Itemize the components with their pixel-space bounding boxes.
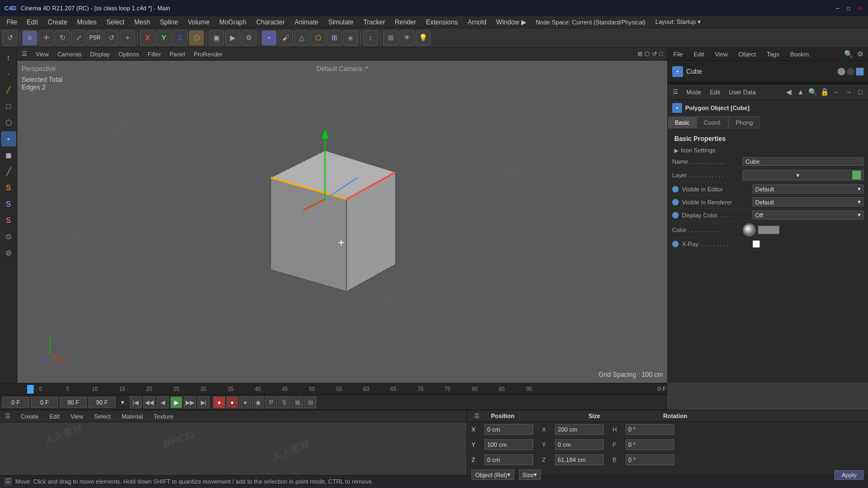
nav-left[interactable]: ← [831, 87, 842, 98]
prop-edit[interactable]: Edit [707, 88, 724, 97]
size-y-input[interactable] [555, 439, 604, 450]
menu-modes[interactable]: Modes [73, 17, 101, 27]
menu-extensions[interactable]: Extensions [422, 17, 462, 27]
coord-hamburger[interactable]: ☰ [471, 410, 482, 421]
play-forward[interactable]: ▶ [170, 396, 182, 408]
prop-userdata[interactable]: User Data [726, 88, 760, 97]
end-frame-input[interactable] [60, 397, 87, 408]
sidebar-tool7[interactable]: ⊘ [1, 245, 16, 260]
xray-checkbox[interactable] [752, 240, 760, 248]
go-to-end[interactable]: ▶| [197, 396, 209, 408]
vis-renderer-dropdown[interactable]: Default▾ [752, 197, 864, 207]
viewport[interactable]: Perspective Default Camera :* Selected T… [17, 61, 667, 383]
close-button[interactable]: ✕ [855, 4, 864, 12]
menu-tracker[interactable]: Tracker [359, 17, 390, 27]
menu-mograph[interactable]: MoGraph [215, 17, 251, 27]
menu-create[interactable]: Create [43, 17, 72, 27]
vp-menu-options[interactable]: Options [118, 51, 139, 57]
bottom-menu-edit[interactable]: Edit [46, 412, 63, 421]
vp-btn-4[interactable]: □ [659, 50, 663, 57]
bottom-menu-material[interactable]: Material [118, 412, 146, 421]
nav-up[interactable]: ▲ [795, 87, 806, 98]
layer-color-btn[interactable] [852, 171, 861, 179]
menu-render[interactable]: Render [391, 17, 420, 27]
local-coords[interactable]: ⬡ [189, 30, 204, 46]
current-frame-input[interactable] [2, 397, 29, 408]
light-btn[interactable]: 💡 [416, 30, 431, 46]
play-btn[interactable]: ▶ [225, 30, 240, 46]
sidebar-edge-mode[interactable]: ╱ [1, 82, 16, 98]
sidebar-poly-mode[interactable]: □ [1, 99, 16, 114]
menu-spline[interactable]: Spline [156, 17, 182, 27]
sidebar-tool5[interactable]: S [1, 213, 16, 228]
color-swatch[interactable] [758, 226, 780, 234]
om-view[interactable]: View [712, 50, 731, 59]
maximize-button[interactable]: □ [844, 4, 853, 12]
sidebar-tool2[interactable]: ◼ [1, 147, 16, 163]
z-axis-btn[interactable]: Z [173, 30, 188, 46]
y-axis-btn[interactable]: Y [156, 30, 171, 46]
sidebar-point-mode[interactable]: · [1, 66, 16, 81]
properties-hamburger[interactable]: ☰ [670, 87, 681, 98]
size-x-input[interactable] [555, 424, 604, 435]
bottom-menu-texture[interactable]: Texture [150, 412, 176, 421]
vp-btn-2[interactable]: ⬡ [644, 50, 650, 57]
menu-select[interactable]: Select [102, 17, 129, 27]
render-settings[interactable]: ⚙ [241, 30, 257, 46]
vp-menu-filter[interactable]: Filter [148, 51, 161, 57]
menu-volume[interactable]: Volume [183, 17, 214, 27]
x-axis-btn[interactable]: X [140, 30, 155, 46]
statusbar-icon[interactable]: ☰ [4, 478, 12, 485]
sidebar-tool4[interactable]: S [1, 196, 16, 211]
sidebar-cube-btn[interactable]: ▪ [1, 131, 16, 146]
search-icon[interactable]: 🔍 [843, 49, 854, 60]
vp-menu-display[interactable]: Display [90, 51, 110, 57]
om-object[interactable]: Object [735, 50, 759, 59]
reset-button[interactable]: ↺ [104, 30, 119, 46]
menu-character[interactable]: Character [252, 17, 289, 27]
tab-phong[interactable]: Phong [729, 117, 760, 129]
node-editor[interactable]: ⊞ [327, 30, 342, 46]
rotate-tool[interactable]: ↻ [55, 30, 70, 46]
nav-back[interactable]: ◀ [783, 87, 794, 98]
record-btn[interactable]: ● [213, 396, 225, 408]
cube-primitive[interactable]: ▪ [261, 30, 277, 46]
om-edit[interactable]: Edit [691, 50, 707, 59]
rot-p-input[interactable] [626, 439, 674, 450]
grid-btn[interactable]: ⊞ [383, 30, 398, 46]
nav-lock[interactable]: 🔒 [819, 87, 830, 98]
om-file[interactable]: File [670, 50, 686, 59]
pos-z-input[interactable] [484, 454, 533, 465]
vis-editor-dropdown[interactable]: Default▾ [752, 184, 864, 194]
psr-button[interactable]: PSR [87, 30, 103, 46]
key-all-btn[interactable]: ● [239, 396, 251, 408]
color-wheel-btn[interactable] [743, 223, 756, 236]
obj-vis-1[interactable] [838, 68, 845, 75]
size-mode-dropdown[interactable]: Size ▾ [519, 470, 541, 480]
menu-edit[interactable]: Edit [22, 17, 42, 27]
apply-button[interactable]: Apply [834, 470, 864, 480]
auto-key-btn[interactable]: ● [226, 396, 238, 408]
vp-btn-1[interactable]: ⊞ [637, 50, 642, 57]
key-rot-btn[interactable]: P [265, 396, 277, 408]
move-tool2[interactable]: ↕ [363, 30, 378, 46]
sidebar-line-tool[interactable]: ╱ [1, 164, 16, 179]
live-select-tool[interactable]: ○ [22, 30, 37, 46]
object-item-row[interactable]: ▪ Cube [668, 61, 868, 82]
key-pos-btn[interactable]: ◉ [252, 396, 264, 408]
step-forward[interactable]: ▶▶ [184, 396, 196, 408]
menu-file[interactable]: File [2, 17, 21, 27]
icon-settings-section[interactable]: ▶ Icon Settings [670, 145, 866, 156]
bottom-menu-view[interactable]: View [67, 412, 87, 421]
prop-mode[interactable]: Mode [683, 88, 705, 97]
vp-menu-panel[interactable]: Panel [170, 51, 185, 57]
sculpt-tool[interactable]: △ [294, 30, 309, 46]
menu-node-space[interactable]: Node Space: Current (Standard/Physical) [532, 18, 650, 27]
paint-tool[interactable]: 🖌 [278, 30, 293, 46]
om-bookmarks[interactable]: Bookm. [787, 50, 813, 59]
obj-vis-2[interactable] [847, 68, 854, 75]
vp-menu-cameras[interactable]: Cameras [58, 51, 82, 57]
menu-simulate[interactable]: Simulate [324, 17, 358, 27]
rot-h-input[interactable] [626, 424, 674, 435]
nav-expand[interactable]: □ [855, 87, 866, 98]
